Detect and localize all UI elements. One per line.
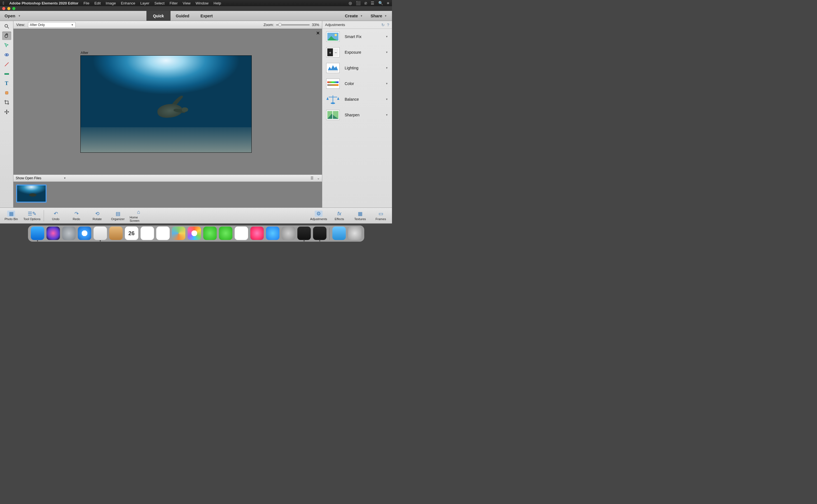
adj-smart-fix[interactable]: Smart Fix▼: [322, 29, 392, 44]
spot-healing-tool[interactable]: [2, 89, 11, 97]
apple-icon[interactable]: : [3, 1, 4, 5]
whiten-teeth-tool[interactable]: [2, 60, 11, 69]
dock-app-music[interactable]: [250, 227, 264, 240]
smart-fix-icon: [326, 32, 340, 42]
straighten-tool[interactable]: [2, 70, 11, 78]
dock-app-pse-organizer[interactable]: [297, 227, 311, 240]
bin-collapse-icon[interactable]: ⌄: [317, 176, 320, 180]
zoom-window-button[interactable]: [12, 7, 15, 10]
rotate-button[interactable]: ⟲Rotate: [88, 211, 106, 221]
photo-bin-button[interactable]: ▦Photo Bin: [2, 211, 20, 221]
menu-enhance[interactable]: Enhance: [121, 1, 135, 5]
menu-select[interactable]: Select: [154, 1, 164, 5]
dock-app-contacts[interactable]: [109, 227, 123, 240]
redeye-tool[interactable]: [2, 51, 11, 59]
redo-button[interactable]: ↷Redo: [67, 211, 85, 221]
reset-icon[interactable]: ↻: [381, 23, 385, 27]
tab-quick[interactable]: Quick: [146, 11, 170, 21]
share-menu-button[interactable]: Share▼: [370, 13, 387, 18]
zoom-slider[interactable]: [276, 24, 310, 25]
menu-view[interactable]: View: [183, 1, 191, 5]
effects-tab-button[interactable]: fxEffects: [330, 211, 348, 221]
control-center-icon[interactable]: ☰: [371, 1, 374, 5]
adj-exposure[interactable]: +− Exposure▼: [322, 44, 392, 60]
dock-app-news[interactable]: [235, 227, 248, 240]
dock-app-finder[interactable]: [31, 227, 44, 240]
adj-color[interactable]: Color▼: [322, 76, 392, 91]
adjustments-tab-button[interactable]: ⚙Adjustments: [310, 211, 328, 221]
quick-selection-tool[interactable]: [2, 41, 11, 50]
dock-app-messages[interactable]: [203, 227, 217, 240]
menu-layer[interactable]: Layer: [140, 1, 149, 5]
cc-icon[interactable]: ◎: [349, 1, 352, 5]
help-icon[interactable]: ?: [387, 23, 389, 27]
svg-point-8: [335, 34, 337, 36]
document-image[interactable]: [81, 56, 252, 152]
chevron-down-icon: ▼: [64, 177, 66, 180]
notification-icon[interactable]: ⬛: [356, 1, 361, 5]
bin-thumbnail[interactable]: [16, 185, 46, 202]
view-label: View:: [16, 23, 25, 27]
menu-file[interactable]: File: [83, 1, 89, 5]
chevron-down-icon: ▼: [386, 82, 388, 85]
dock-separator: [329, 228, 330, 240]
adj-sharpen[interactable]: Sharpen▼: [322, 107, 392, 123]
dock-app-siri[interactable]: [46, 227, 60, 240]
dock-app-settings[interactable]: [282, 227, 295, 240]
tool-options-button[interactable]: ☰✎Tool Options: [23, 211, 41, 221]
tab-expert[interactable]: Expert: [194, 11, 219, 21]
slider-thumb[interactable]: [278, 23, 282, 26]
canvas-area[interactable]: ✕ After: [13, 29, 322, 175]
type-tool[interactable]: T: [2, 79, 11, 88]
create-menu-button[interactable]: Create▼: [345, 13, 363, 18]
move-tool[interactable]: [2, 108, 11, 116]
minimize-window-button[interactable]: [7, 7, 10, 10]
dock-downloads[interactable]: [332, 227, 346, 240]
dock-trash[interactable]: [348, 227, 362, 240]
dock-app-maps[interactable]: [172, 227, 185, 240]
chevron-down-icon: ▼: [386, 35, 388, 38]
zoom-tool[interactable]: [2, 22, 11, 30]
airplay-icon[interactable]: ⎚: [365, 1, 367, 5]
dock-app-pse-editor[interactable]: [313, 227, 327, 240]
chevron-down-icon: ▼: [386, 114, 388, 116]
menu-window[interactable]: Window: [196, 1, 209, 5]
hand-tool[interactable]: [2, 32, 11, 40]
frames-icon: ▭: [377, 211, 385, 217]
undo-button[interactable]: ↶Undo: [47, 211, 65, 221]
menu-image[interactable]: Image: [106, 1, 116, 5]
bin-view-select[interactable]: Show Open Files ▼: [16, 176, 66, 180]
dock-app-safari[interactable]: [78, 227, 91, 240]
dock-app-notes[interactable]: [140, 227, 154, 240]
home-screen-button[interactable]: ⌂Home Screen: [130, 209, 147, 222]
dock-app-launchpad[interactable]: [62, 227, 76, 240]
close-document-button[interactable]: ✕: [316, 30, 320, 36]
menu-filter[interactable]: Filter: [170, 1, 178, 5]
view-mode-value: After Only: [30, 23, 45, 27]
adjustments-icon: ⚙: [315, 211, 323, 217]
mode-tabs: Quick Guided Expert: [146, 11, 219, 21]
organizer-button[interactable]: ▤Organizer: [109, 211, 127, 221]
spotlight-icon[interactable]: 🔍: [378, 1, 383, 5]
frames-tab-button[interactable]: ▭Frames: [372, 211, 390, 221]
menu-edit[interactable]: Edit: [94, 1, 100, 5]
bin-list-icon[interactable]: ☰: [311, 176, 314, 180]
home-icon: ⌂: [135, 209, 142, 215]
open-menu-button[interactable]: Open ▼: [0, 11, 25, 21]
dock-app-photos[interactable]: [187, 227, 201, 240]
dock-app-appstore[interactable]: [266, 227, 280, 240]
tab-guided[interactable]: Guided: [170, 11, 194, 21]
dock-app-mail[interactable]: [93, 227, 107, 240]
dock-app-reminders[interactable]: [156, 227, 170, 240]
textures-tab-button[interactable]: ▦Textures: [351, 211, 369, 221]
menu-help[interactable]: Help: [214, 1, 221, 5]
adj-lighting[interactable]: Lighting▼: [322, 60, 392, 76]
menu-extras-icon[interactable]: ≡: [387, 1, 389, 5]
adj-balance[interactable]: Balance▼: [322, 91, 392, 107]
photo-bin: [13, 182, 322, 208]
dock-app-facetime[interactable]: [219, 227, 233, 240]
view-mode-select[interactable]: After Only ▼: [28, 22, 76, 28]
crop-tool[interactable]: [2, 98, 11, 107]
close-window-button[interactable]: [2, 7, 5, 10]
dock-app-calendar[interactable]: 26: [125, 227, 138, 240]
